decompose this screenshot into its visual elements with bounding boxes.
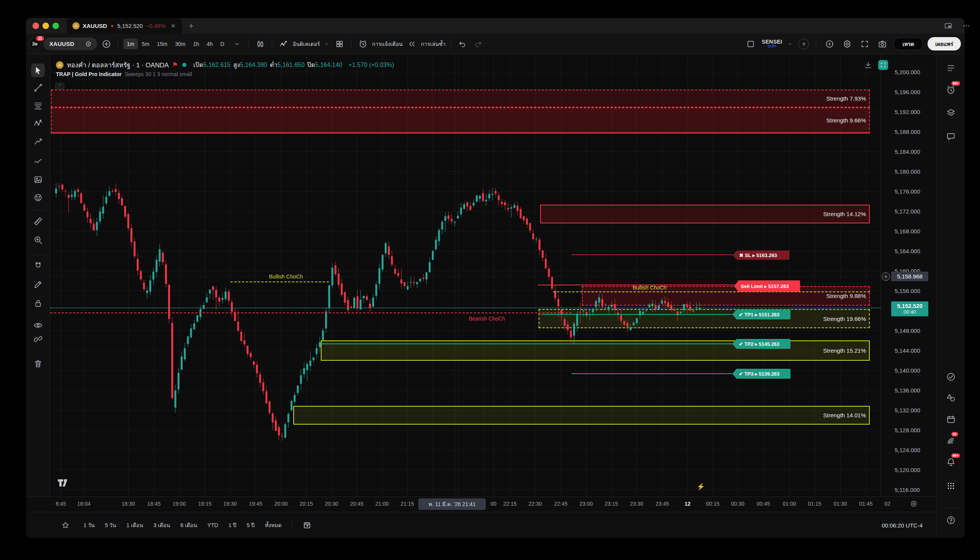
overflow-menu-icon[interactable]: ••• <box>963 23 970 28</box>
tab-close-icon[interactable]: ✕ <box>171 23 176 30</box>
fib-retracement-tool-icon[interactable] <box>31 99 45 112</box>
symbol-title[interactable]: ทองคำ / ดอลลาร์สหรัฐ · 1 · OANDA <box>67 60 169 70</box>
symbol-search-button[interactable]: XAUUSD <box>43 37 97 50</box>
range-button[interactable]: 5 ปี <box>246 521 254 529</box>
layout-grid-icon[interactable] <box>333 37 346 50</box>
notifications-icon[interactable]: 99+ <box>945 456 957 468</box>
timeframe-D[interactable]: D <box>217 38 228 49</box>
brush-tool-icon[interactable] <box>31 154 45 168</box>
tab-xauusd[interactable]: XAUUSD ▼ 5,152.520 −0.46% ✕ <box>67 18 182 34</box>
layout-menu-button[interactable]: SENSEI บันทึก <box>762 39 783 48</box>
range-button[interactable]: ทั้งหมด <box>265 521 282 529</box>
replay-icon[interactable] <box>405 37 418 50</box>
timeframe-1m[interactable]: 1m <box>123 38 137 49</box>
compare-add-icon[interactable] <box>100 37 113 50</box>
sl-label[interactable]: ✖ SL ▸ 5163.263 <box>733 250 789 260</box>
alerts-panel-icon[interactable]: 99+ <box>945 84 957 96</box>
indicator-name[interactable]: TRAP | Gold Pro Indicator <box>56 71 122 77</box>
range-button[interactable]: 3 เดือน <box>154 521 171 529</box>
broadcast-icon[interactable]: 25 <box>945 435 957 447</box>
replay-button[interactable]: การเล่นซ้ำ <box>421 40 446 48</box>
pane-download-icon[interactable] <box>864 60 873 70</box>
timeframe-30m[interactable]: 30m <box>172 38 189 49</box>
range-button[interactable]: 1 เดือน <box>126 521 143 529</box>
lock-all-tool-icon[interactable] <box>31 296 45 310</box>
link-tool-icon[interactable] <box>31 332 45 346</box>
timeframe-15m[interactable]: 15m <box>154 38 171 49</box>
indicators-dropdown-icon[interactable] <box>323 37 330 50</box>
watchlist-icon[interactable] <box>945 62 957 74</box>
tradingview-logo[interactable] <box>57 479 70 489</box>
legend-collapse-button[interactable]: ⌃ <box>55 83 64 89</box>
pane-maximize-icon[interactable] <box>878 60 888 70</box>
last-price-label[interactable]: 5,152.52000:40 <box>891 302 928 316</box>
symbol-flag-icon[interactable] <box>84 40 93 48</box>
cloud-sync-icon[interactable]: ช <box>798 38 809 49</box>
user-avatar[interactable]: 3e 11 <box>29 38 40 50</box>
timeframe-5m[interactable]: 5m <box>139 38 153 49</box>
shapes-icon[interactable] <box>945 392 957 403</box>
emoji-tool-icon[interactable] <box>31 190 45 204</box>
chart-plot-area[interactable]: Strength 7.93%Strength 9.66%Strength 14.… <box>50 54 880 497</box>
hide-all-tool-icon[interactable] <box>31 318 45 332</box>
chart-legend[interactable]: ทองคำ / ดอลลาร์สหรัฐ · 1 · OANDA ⚑ เปิด5… <box>56 60 394 70</box>
indicators-button[interactable]: อินดิเคเตอร์ <box>293 40 320 48</box>
price-axis[interactable]: 5,200.0005,196.0005,192.0005,188.0005,18… <box>880 54 937 497</box>
time-axis[interactable]: 6:4518:0418:3018:4519:0019:1519:3019:452… <box>26 497 937 512</box>
quick-search-icon[interactable] <box>823 37 836 50</box>
range-button[interactable]: 6 เดือน <box>180 521 197 529</box>
forecast-tool-icon[interactable] <box>31 134 45 148</box>
apps-grid-icon[interactable] <box>945 480 957 492</box>
range-button[interactable]: 1 ปี <box>229 521 237 529</box>
settings-gear-icon[interactable] <box>841 37 854 50</box>
go-to-date-icon[interactable] <box>303 521 311 529</box>
tp1-label[interactable]: ✔ TP1 ▸ 5151.263 <box>732 310 791 319</box>
minimize-window-button[interactable] <box>42 23 49 29</box>
undo-icon[interactable] <box>456 37 469 50</box>
close-window-button[interactable] <box>33 23 39 29</box>
indicator-legend[interactable]: TRAP | Gold Pro Indicator Sweeps 30 1 3 … <box>56 71 192 77</box>
publish-button[interactable]: เผยแพร่ <box>928 37 961 50</box>
fullscreen-icon[interactable] <box>858 37 871 50</box>
sell-limit-label[interactable]: Sell Limit ▸ 5157.263 <box>734 280 800 292</box>
range-button[interactable]: 1 วัน <box>84 521 95 529</box>
range-button[interactable]: YTD <box>207 522 218 528</box>
range-button[interactable]: 5 วัน <box>105 521 116 529</box>
favorite-star-icon[interactable] <box>61 521 70 529</box>
picture-in-picture-icon[interactable] <box>944 22 952 30</box>
tp2-label[interactable]: ✔ TP2 ▸ 5145.263 <box>732 339 791 349</box>
tp3-label[interactable]: ✔ TP3 ▸ 5139.263 <box>732 369 791 379</box>
remove-all-tool-icon[interactable] <box>31 357 45 370</box>
maximize-window-button[interactable] <box>52 23 59 29</box>
new-tab-button[interactable]: + <box>189 21 194 31</box>
help-icon[interactable] <box>945 515 957 526</box>
cursor-tool-icon[interactable] <box>31 63 45 77</box>
redo-icon[interactable] <box>472 37 485 50</box>
indicators-icon[interactable] <box>277 37 290 50</box>
alerts-button[interactable]: การแจ้งเตือน <box>372 40 403 48</box>
layout-select-icon[interactable] <box>744 37 757 50</box>
trade-button[interactable]: เทรด <box>893 37 923 50</box>
timezone-settings-icon[interactable] <box>910 500 918 508</box>
image-tool-icon[interactable] <box>31 173 45 186</box>
draw-tool-icon[interactable] <box>31 277 45 291</box>
calendar-icon[interactable] <box>945 413 957 425</box>
ideas-icon[interactable] <box>945 371 957 383</box>
pattern-tool-icon[interactable] <box>31 116 45 130</box>
session-clock[interactable]: 00:06:20 UTC-4 <box>881 522 923 528</box>
layers-icon[interactable] <box>945 107 957 118</box>
alert-icon[interactable] <box>356 37 370 50</box>
boost-lightning-icon[interactable]: ⚡ <box>697 483 705 491</box>
add-alert-plus-icon[interactable]: + <box>881 272 890 281</box>
snapshot-camera-icon[interactable] <box>876 37 889 50</box>
magnet-tool-icon[interactable] <box>31 258 45 272</box>
trend-line-tool-icon[interactable] <box>31 81 45 95</box>
chart-style-icon[interactable] <box>254 37 267 50</box>
timeframe-1h[interactable]: 1h <box>190 38 203 49</box>
zoom-in-tool-icon[interactable] <box>31 233 45 247</box>
chat-icon[interactable] <box>945 131 957 142</box>
timeframe-4h[interactable]: 4h <box>203 38 216 49</box>
layout-dropdown-icon[interactable] <box>787 37 794 50</box>
timeframe-dropdown-icon[interactable] <box>231 37 244 50</box>
measure-tool-icon[interactable] <box>31 214 45 228</box>
